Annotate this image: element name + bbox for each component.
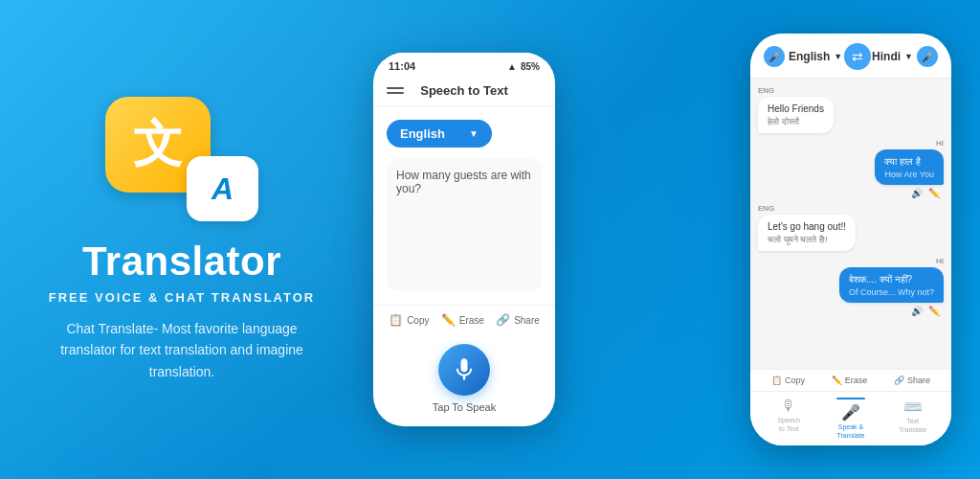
msg-4-label: HI	[936, 257, 944, 265]
speech-text-area[interactable]: How many guests are with you?	[387, 159, 542, 291]
chat-messages: ENG Hello Friends हेलो दोस्तों HI क्या ह…	[750, 79, 951, 369]
chat-share-button[interactable]: 🔗 Share	[894, 376, 930, 385]
message-2: HI क्या हाल है How Are You 🔊 ✏️	[758, 139, 944, 198]
erase-icon: ✏️	[441, 313, 456, 327]
nav-mic-active-icon: 🎤	[841, 403, 860, 422]
logo-container: 文 A	[105, 97, 258, 221]
msg-2-bubble: क्या हाल है How Are You	[875, 149, 944, 185]
share-icon: 🔗	[496, 313, 510, 327]
nav-speech-to-text[interactable]: 🎙 Speechto Text	[765, 398, 813, 440]
msg-1-label: ENG	[758, 86, 774, 95]
logo-chinese-char: 文	[133, 111, 183, 178]
chat-bottom-actions: 📋 Copy ✏️ Erase 🔗 Share	[750, 369, 951, 391]
language-selector[interactable]: English ▼	[387, 120, 492, 148]
msg-2-speaker-icon[interactable]: 🔊	[911, 188, 923, 198]
battery-icon: 85%	[521, 61, 540, 72]
msg-4-actions: 🔊 ✏️	[907, 306, 944, 316]
msg-3-label: ENG	[758, 204, 774, 213]
app-description: Chat Translate- Most favorite language t…	[48, 318, 316, 382]
erase-button[interactable]: ✏️ Erase	[441, 313, 484, 327]
mic-icon	[451, 356, 478, 383]
logo-a-char: A	[212, 171, 234, 206]
bottom-navigation: 🎙 Speechto Text 🎤 Speak &Translate ⌨️ Te…	[750, 391, 951, 445]
phone-action-bar: 📋 Copy ✏️ Erase 🔗 Share	[373, 305, 555, 334]
nav-speak-translate[interactable]: 🎤 Speak &Translate	[827, 398, 875, 440]
left-section: 文 A Translator FREE VOICE & CHAT TRANSLA…	[38, 97, 325, 382]
message-4: HI बेशक.... क्यों नहीं? Of Course... Why…	[758, 257, 944, 316]
msg-3-sub: चलो घूमने चलते हैं!!	[768, 235, 846, 245]
msg-2-text: क्या हाल है	[884, 155, 934, 169]
mic-button[interactable]	[438, 344, 490, 396]
chat-copy-icon: 📋	[771, 376, 782, 385]
target-chevron-icon: ▼	[904, 52, 913, 61]
msg-4-speaker-icon[interactable]: 🔊	[911, 306, 923, 316]
chat-share-icon: 🔗	[894, 376, 904, 385]
msg-2-sub: How Are You	[884, 170, 934, 179]
status-bar: 11:04 ▲ 85%	[373, 53, 555, 76]
msg-1-sub: हेलो दोस्तों	[768, 117, 824, 127]
status-time: 11:04	[389, 60, 415, 72]
source-mic-icon: 🎤	[764, 46, 785, 67]
nav-text-icon: ⌨️	[903, 398, 923, 416]
msg-4-text: बेशक.... क्यों नहीं?	[849, 273, 934, 286]
phone-speech-to-text: 11:04 ▲ 85% Speech to Text English ▼ How…	[373, 53, 555, 426]
selected-language: English	[400, 126, 445, 141]
msg-1-bubble: Hello Friends हेलो दोस्तों	[758, 97, 834, 133]
chat-copy-button[interactable]: 📋 Copy	[771, 376, 805, 385]
msg-1-text: Hello Friends	[768, 103, 824, 116]
app-title: Translator	[82, 239, 281, 285]
phone-content: English ▼ How many guests are with you?	[373, 106, 555, 305]
mic-button-section: Tap To Speak	[373, 334, 555, 426]
target-mic-icon: 🎤	[917, 46, 938, 67]
chevron-down-icon: ▼	[469, 128, 479, 139]
chat-header: 🎤 English ▼ ⇄ Hindi ▼ 🎤	[750, 34, 951, 79]
phone-chat-translate: 🎤 English ▼ ⇄ Hindi ▼ 🎤 ENG Hello Friend…	[750, 34, 951, 445]
app-subtitle: FREE VOICE & CHAT TRANSLATOR	[49, 290, 315, 305]
source-language-label: English	[789, 50, 830, 63]
target-language-label: Hindi	[872, 50, 901, 63]
source-chevron-icon: ▼	[834, 52, 842, 61]
copy-icon: 📋	[389, 313, 403, 327]
msg-2-actions: 🔊 ✏️	[907, 188, 944, 198]
chat-erase-button[interactable]: ✏️ Erase	[832, 376, 868, 385]
nav-speech-icon: 🎙	[781, 398, 796, 415]
phone-header: Speech to Text	[373, 76, 555, 106]
share-button[interactable]: 🔗 Share	[496, 313, 540, 327]
target-language-button[interactable]: Hindi ▼ 🎤	[872, 46, 938, 67]
nav-text-translate[interactable]: ⌨️ TextTranslate	[889, 398, 937, 440]
chat-erase-icon: ✏️	[832, 376, 842, 385]
tap-to-speak-label: Tap To Speak	[433, 401, 496, 413]
msg-4-sub: Of Course... Why not?	[849, 287, 934, 297]
msg-2-label: HI	[936, 139, 944, 148]
source-language-button[interactable]: 🎤 English ▼	[764, 46, 842, 67]
phone-header-title: Speech to Text	[404, 83, 524, 98]
menu-icon[interactable]	[387, 87, 404, 94]
msg-3-bubble: Let's go hang out!! चलो घूमने चलते हैं!!	[758, 215, 856, 251]
wifi-icon: ▲	[507, 61, 517, 72]
msg-4-edit-icon[interactable]: ✏️	[928, 306, 940, 316]
msg-4-bubble: बेशक.... क्यों नहीं? Of Course... Why no…	[839, 267, 944, 303]
message-3: ENG Let's go hang out!! चलो घूमने चलते ह…	[758, 204, 944, 251]
logo-secondary-icon: A	[187, 156, 258, 221]
status-icons: ▲ 85%	[507, 61, 540, 72]
swap-languages-button[interactable]: ⇄	[844, 43, 871, 70]
message-1: ENG Hello Friends हेलो दोस्तों	[758, 86, 944, 133]
msg-2-edit-icon[interactable]: ✏️	[928, 188, 940, 198]
msg-3-text: Let's go hang out!!	[768, 220, 846, 234]
copy-button[interactable]: 📋 Copy	[389, 313, 429, 327]
